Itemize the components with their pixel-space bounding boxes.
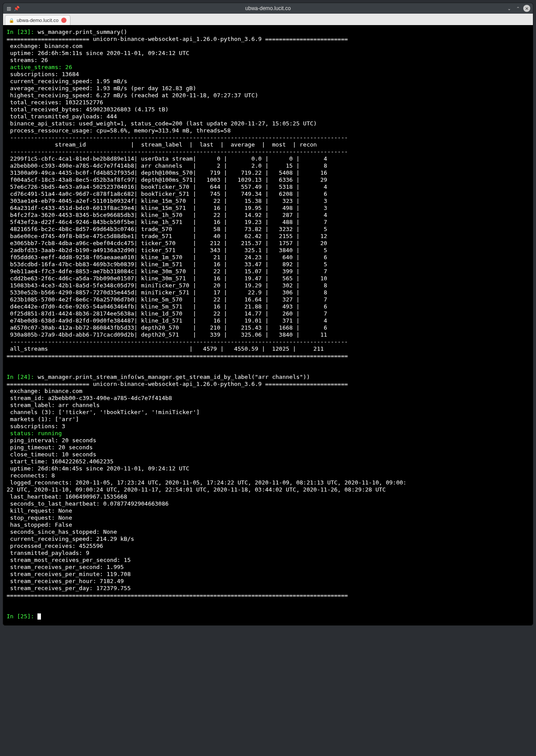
summary-active-streams: active_streams: 26 (7, 64, 72, 70)
prompt-in-23: In [23]: (7, 29, 37, 35)
si-close-timeout: close_timeout: 10 seconds (7, 451, 96, 458)
dash-line-3: ----------------------------------------… (7, 338, 348, 345)
si-stream-id: stream_id: a2bebb00-c393-490e-a785-4dc7e… (7, 395, 172, 401)
window-title: ubwa-demo.lucit.co (3, 5, 533, 11)
si-last-heartbeat: last_heartbeat: 1606490967.1535668 (7, 493, 127, 500)
si-srpm: stream_receives_per_minute: 119.708 (7, 571, 131, 577)
si-start-time: start_time: 1604222652.4062235 (7, 458, 114, 465)
si-crs: current_receiving_speed: 214.29 kB/s (7, 536, 134, 542)
dash-line-2: ----------------------------------------… (7, 148, 348, 155)
summary-pru: process_ressource_usage: cpu=58.6%, memo… (7, 127, 231, 134)
si-stream-label: stream_label: arr channels (7, 402, 100, 408)
si-kill-request: kill_request: None (7, 507, 72, 514)
si-seconds-to-last-heartbeat: seconds_to_last_heartbeat: 0.07877492904… (7, 500, 169, 507)
banner-line-2: ======================== unicorn-binance… (7, 381, 348, 387)
summary-subscriptions: subscriptions: 13684 (7, 71, 79, 77)
si-markets: markets (1): ['arr'] (7, 416, 79, 422)
footer-eq-2: ========================================… (7, 592, 348, 598)
summary-tr: total_receives: 10322152776 (7, 99, 103, 106)
summary-crs: current_receiving_speed: 1.95 mB/s (7, 78, 127, 84)
si-transmitted-payloads: transmitted_payloads: 9 (7, 550, 89, 556)
summary-api: binance_api_status: used_weight=1, statu… (7, 120, 317, 127)
si-smrps: stream_most_receives_per_second: 15 (7, 557, 131, 563)
cmd-24: ws_manager.print_stream_info(ws_manager.… (37, 374, 310, 380)
tab-close-icon[interactable] (61, 18, 67, 23)
si-has-stopped: has_stopped: False (7, 521, 72, 528)
tab-ubwa-demo[interactable]: 🔒 ubwa-demo.lucit.co (5, 15, 70, 25)
prompt-in-24: In [24]: (7, 374, 37, 380)
all-streams-row: all_streams | 4579 | 4550.59 | 12025 | 2… (7, 345, 324, 352)
si-exchange: exchange: binance.com (7, 388, 82, 394)
si-reconnects: reconnects: 8 (7, 472, 55, 479)
maximize-button[interactable]: ⌃ (514, 5, 521, 12)
tab-label: ubwa-demo.lucit.co (17, 18, 59, 23)
si-seconds-since-has-stopped: seconds_since_has_stopped: None (7, 528, 117, 535)
si-srps: stream_receives_per_second: 1.995 (7, 564, 124, 570)
si-status: status: running (7, 430, 62, 437)
cmd-23: ws_manager.print_summary() (37, 29, 127, 35)
table-rows: 2299f1c5-cbfc-4ca1-81ed-be2b8d89e114| us… (7, 155, 327, 338)
titlebar: ▥ 📌 ubwa-demo.lucit.co ⌄ ⌃ ✕ (3, 3, 533, 14)
si-logged-reconnects-2: 22 UTC, 2020-11-10, 09:00:24 UTC, 2020-1… (7, 486, 386, 493)
close-button[interactable]: ✕ (523, 5, 530, 12)
banner-line: ======================== unicorn-binance… (7, 36, 348, 42)
summary-uptime: uptime: 26d:6h:5m:11s since 2020-11-01, … (7, 50, 189, 56)
si-uptime: uptime: 26d:6h:4m:45s since 2020-11-01, … (7, 465, 189, 472)
summary-trb: total_received_bytes: 4590230326803 (4.1… (7, 106, 169, 113)
application-window: ▥ 📌 ubwa-demo.lucit.co ⌄ ⌃ ✕ 🔒 ubwa-demo… (3, 3, 533, 626)
lock-icon: 🔒 (9, 18, 14, 23)
si-srph: stream_receives_per_hour: 7182.49 (7, 578, 124, 584)
si-subscriptions: subscriptions: 3 (7, 423, 65, 429)
prompt-in-25: In [25]: (7, 613, 37, 620)
summary-hrs: highest_receiving_speed: 6.27 mB/s (reac… (7, 92, 258, 99)
tab-bar: 🔒 ubwa-demo.lucit.co (3, 14, 533, 25)
summary-exchange: exchange: binance.com (7, 43, 82, 49)
si-ping-timeout: ping_timeout: 20 seconds (7, 444, 93, 451)
minimize-button[interactable]: ⌄ (506, 5, 513, 12)
summary-ars: average_receiving_speed: 1.93 mB/s (per … (7, 85, 196, 92)
dash-line-1: ----------------------------------------… (7, 134, 348, 141)
si-ping-interval: ping_interval: 20 seconds (7, 437, 96, 444)
si-processed-receives: processed_receives: 4525596 (7, 543, 103, 549)
terminal-output[interactable]: In [23]: ws_manager.print_summary() ====… (3, 25, 533, 625)
si-channels: channels (3): ['!ticker', '!bookTicker',… (7, 409, 200, 415)
cursor (37, 613, 41, 620)
footer-eq-1: ========================================… (7, 352, 348, 359)
si-srpd: stream_receives_per_day: 172379.755 (7, 585, 131, 591)
si-logged-reconnects-1: logged_reconnects: 2020-11-05, 17:23:24 … (7, 479, 407, 486)
app-menu-icon[interactable]: ▥ (7, 6, 11, 11)
summary-streams: streams: 26 (7, 57, 48, 63)
pin-icon[interactable]: 📌 (14, 6, 20, 11)
summary-ttp: total_transmitted_payloads: 444 (7, 113, 117, 120)
table-header: stream_id | stream_label | last | averag… (7, 141, 317, 148)
si-stop-request: stop_request: None (7, 514, 72, 521)
